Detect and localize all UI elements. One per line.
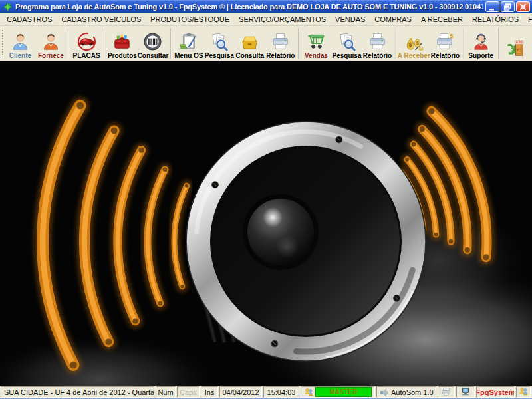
svg-text:$: $ <box>409 41 412 48</box>
toolbar-label: Relatório <box>266 52 295 59</box>
toolbox-icon <box>112 31 132 52</box>
toolbar-label: Suporte <box>468 52 493 59</box>
status-location-date: SUA CIDADE - UF 4 de Abril de 2012 - Qua… <box>1 386 154 398</box>
svg-text:EXIT: EXIT <box>517 41 523 44</box>
users-key-icon <box>304 388 313 397</box>
toolbar-button-relatorio-vendas[interactable]: Relatório <box>362 27 393 60</box>
toolbar-separator <box>68 28 69 59</box>
menu-bar: CADASTROS CADASTRO VEICULOS PRODUTOS/EST… <box>0 13 532 26</box>
status-date: 04/04/2012 <box>219 386 262 398</box>
green-sparkle-icon <box>2 1 13 12</box>
window-title: Programa para Loja de AutoSom e Tuning v… <box>15 3 483 11</box>
toolbar-gripper[interactable] <box>1 29 3 57</box>
toolbar-label: Relatório <box>363 52 392 59</box>
title-bar: Programa para Loja de AutoSom e Tuning v… <box>0 0 532 13</box>
printer-small-icon <box>442 387 451 398</box>
docs-magnifier-icon <box>209 31 229 52</box>
docs-magnifier-icon <box>336 31 357 52</box>
computer-small-icon <box>461 387 470 398</box>
client-person-icon <box>10 31 31 52</box>
toolbar-button-menu-os[interactable]: Menu OS <box>174 27 204 60</box>
menu-item-relatorios[interactable]: RELATÓRIOS <box>467 15 523 24</box>
toolbar-label: PLACAS <box>73 52 100 59</box>
menu-item-cadastro-veiculos[interactable]: CADASTRO VEICULOS <box>57 15 146 24</box>
menu-item-ferramentas[interactable]: FERRAMENTAS <box>523 15 532 24</box>
toolbar-button-consulta-os[interactable]: Consulta <box>235 27 265 60</box>
printer-icon <box>270 31 291 52</box>
printer-money-icon: $ <box>435 31 456 52</box>
toolbar-label: Vendas <box>305 52 328 59</box>
toolbar-label: Pesquisa <box>332 52 362 59</box>
toolbar-separator <box>395 28 396 59</box>
status-brand: FpqSystem <box>476 386 515 398</box>
status-bar: SUA CIDADE - UF 4 de Abril de 2012 - Qua… <box>0 386 532 398</box>
status-num: Num <box>156 386 176 398</box>
toolbar-button-consultar[interactable]: Consultar <box>138 27 168 60</box>
toolbar-button-relatorio-receber[interactable]: $ Relatório <box>430 27 461 60</box>
status-printer <box>438 386 455 398</box>
menu-item-servico-orcamentos[interactable]: SERVIÇO/ORÇAMENTOS <box>234 15 331 24</box>
status-computer <box>456 386 475 398</box>
master-badge: MASTER <box>315 387 372 397</box>
status-caps: Caps <box>177 386 200 398</box>
clipboard-pen-icon <box>178 31 199 52</box>
toolbar-separator <box>298 28 299 59</box>
status-users <box>516 386 531 398</box>
restore-button[interactable] <box>501 1 515 12</box>
svg-text:$: $ <box>450 32 454 39</box>
status-ins: Ins <box>201 386 218 398</box>
menu-item-compras[interactable]: COMPRAS <box>370 15 416 24</box>
printer-icon <box>367 31 388 52</box>
toolbar-button-a-receber[interactable]: $$ A Receber <box>398 27 430 60</box>
toolbar-button-placas[interactable]: PLACAS <box>71 27 102 60</box>
money-bags-icon: $$ <box>404 31 424 52</box>
barcode-icon <box>142 31 163 52</box>
close-button[interactable] <box>516 1 530 12</box>
users-key-icon <box>519 387 528 398</box>
toolbar-label: Relatório <box>431 52 460 59</box>
minimize-button[interactable] <box>485 1 499 12</box>
shopping-cart-icon <box>306 31 327 52</box>
toolbar-label: Consulta <box>235 52 264 59</box>
svg-text:$: $ <box>416 41 419 46</box>
car-plate-icon <box>76 31 97 52</box>
toolbar-label: Pesquisa <box>205 52 234 59</box>
toolbar-label: Consultar <box>138 52 169 59</box>
toolbar-label: A Receber <box>398 52 430 59</box>
toolbar-separator <box>498 28 499 59</box>
toolbar-button-produtos[interactable]: Produtos <box>107 27 138 60</box>
toolbar-label: Produtos <box>108 52 137 59</box>
toolbar-button-exit[interactable]: EXIT <box>501 27 532 60</box>
toolbar-button-suporte[interactable]: Suporte <box>466 27 496 60</box>
toolbar-separator <box>104 28 105 59</box>
application-window: Programa para Loja de AutoSom e Tuning v… <box>0 0 532 399</box>
menu-item-produtos-estoque[interactable]: PRODUTOS/ESTOQUE <box>146 15 234 24</box>
support-agent-icon <box>471 31 491 52</box>
toolbar-separator <box>463 28 464 59</box>
menu-item-a-receber[interactable]: A RECEBER <box>416 15 467 24</box>
toolbar-button-vendas[interactable]: Vendas <box>301 27 332 60</box>
supplier-person-icon <box>41 31 61 52</box>
exit-door-icon: EXIT <box>506 39 527 59</box>
toolbar-button-relatorio-os[interactable]: Relatório <box>265 27 296 60</box>
toolbar-button-pesquisa-os[interactable]: Pesquisa <box>204 27 235 60</box>
toolbar-button-cliente[interactable]: Cliente <box>5 27 35 60</box>
speaker-small-icon <box>380 388 389 397</box>
toolbar-button-fornece[interactable]: Fornece <box>35 27 66 60</box>
toolbar: Cliente Fornece PLACAS Produtos Consulta… <box>0 26 532 61</box>
toolbar-label: Fornece <box>38 52 64 59</box>
status-time: 15:04:03 <box>263 386 299 398</box>
window-controls <box>485 1 530 12</box>
menu-item-vendas[interactable]: VENDAS <box>331 15 370 24</box>
menu-item-cadastros[interactable]: CADASTROS <box>2 15 57 24</box>
status-app-version: AutoSom 1.0 <box>376 386 436 398</box>
main-canvas <box>0 61 532 386</box>
speaker-artwork <box>0 61 532 386</box>
toolbar-label: Cliente <box>9 52 31 59</box>
status-user-level: MASTER <box>301 386 375 398</box>
file-drawer-icon <box>239 31 260 52</box>
toolbar-button-pesquisa-vendas[interactable]: Pesquisa <box>332 27 362 60</box>
toolbar-label: Menu OS <box>174 52 203 59</box>
toolbar-separator <box>170 28 172 59</box>
